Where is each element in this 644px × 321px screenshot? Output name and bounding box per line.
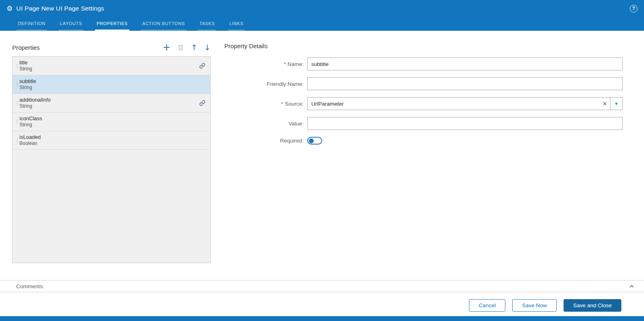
properties-panel: Properties + ↑ ↓ ⋮ title String <box>12 43 211 263</box>
trash-icon <box>177 44 184 51</box>
top-bar: ⚙ UI Page New UI Page Settings ? DEFINIT… <box>0 0 644 31</box>
property-texts: additionalInfo String <box>19 97 51 109</box>
add-property-button[interactable]: + <box>163 43 171 52</box>
page-title: UI Page New UI Page Settings <box>16 5 104 12</box>
source-dropdown-button[interactable]: ▾ <box>610 98 622 110</box>
value-field-row: Value: <box>224 117 623 130</box>
save-now-button[interactable]: Save Now <box>512 299 557 312</box>
property-details-panel: Property Details *Name: Friendly Name: *… <box>224 43 623 151</box>
link-icon <box>199 100 205 106</box>
source-input[interactable] <box>308 98 600 110</box>
property-texts: subtitle String <box>19 78 36 91</box>
tab-action-buttons[interactable]: ACTION BUTTONS <box>141 21 186 31</box>
drag-handle-icon[interactable]: ⋮ <box>15 81 19 87</box>
property-type: String <box>19 122 42 128</box>
property-name: additionalInfo <box>19 97 51 103</box>
value-label: Value: <box>224 121 307 127</box>
delete-property-button[interactable] <box>177 44 184 51</box>
required-field-row: Required: <box>224 137 623 145</box>
drag-handle-icon[interactable]: ⋮ <box>15 100 19 106</box>
friendly-name-label: Friendly Name: <box>224 81 307 87</box>
required-label: Required: <box>224 138 307 144</box>
link-icon <box>199 63 205 69</box>
property-type: String <box>19 103 51 109</box>
name-field-row: *Name: <box>224 57 623 70</box>
property-name: iconClass <box>19 115 42 122</box>
settings-gear-icon: ⚙ <box>6 5 13 12</box>
required-marker: * <box>284 61 286 67</box>
friendly-name-field-row: Friendly Name: <box>224 77 623 90</box>
required-toggle[interactable] <box>307 137 322 145</box>
tab-definition[interactable]: DEFINITION <box>16 21 47 31</box>
move-down-button[interactable]: ↓ <box>204 44 211 51</box>
chevron-down-icon: ▾ <box>615 101 617 106</box>
property-type: String <box>19 66 32 72</box>
bottom-accent-strip <box>0 316 644 321</box>
source-combobox[interactable]: × ▾ <box>307 97 623 110</box>
footer-actions: Cancel Save Now Save and Close <box>469 299 621 312</box>
property-name: isLoaded <box>19 134 41 140</box>
property-texts: iconClass String <box>19 115 42 128</box>
property-list-item-subtitle[interactable]: ⋮ subtitle String <box>13 75 210 94</box>
chevron-up-icon <box>628 283 635 290</box>
property-texts: title String <box>19 60 32 72</box>
property-name: title <box>19 60 32 66</box>
cancel-button[interactable]: Cancel <box>469 299 505 312</box>
source-label: *Source: <box>224 101 307 107</box>
tab-properties[interactable]: PROPERTIES <box>95 21 129 31</box>
drag-handle-icon[interactable]: ⋮ <box>15 119 19 125</box>
comments-label: Comments: <box>16 283 44 289</box>
property-list-item-isloaded[interactable]: ⋮ isLoaded Boolean <box>13 131 210 150</box>
tab-bar: DEFINITION LAYOUTS PROPERTIES ACTION BUT… <box>0 17 644 31</box>
properties-toolbar: + ↑ ↓ <box>163 43 211 52</box>
drag-handle-icon[interactable]: ⋮ <box>15 63 19 69</box>
required-marker: * <box>281 101 283 107</box>
property-list: ⋮ title String ⋮ subtitle String ⋮ addi <box>12 56 211 263</box>
tab-links[interactable]: LINKS <box>228 21 245 31</box>
property-list-item-iconclass[interactable]: ⋮ iconClass String <box>13 113 210 131</box>
collapse-comments-button[interactable] <box>628 283 635 290</box>
help-icon[interactable]: ? <box>630 5 638 13</box>
properties-panel-title: Properties <box>12 44 40 51</box>
property-list-item-additionalinfo[interactable]: ⋮ additionalInfo String <box>13 94 210 113</box>
name-label: *Name: <box>224 61 307 67</box>
name-input[interactable] <box>307 57 623 70</box>
toggle-knob <box>309 138 314 143</box>
property-list-item-title[interactable]: ⋮ title String <box>13 57 210 75</box>
title-row: ⚙ UI Page New UI Page Settings ? <box>0 0 644 17</box>
value-input[interactable] <box>307 117 623 130</box>
property-type: String <box>19 85 36 91</box>
property-texts: isLoaded Boolean <box>19 134 41 147</box>
comments-bar: Comments: <box>0 280 644 292</box>
clear-source-icon[interactable]: × <box>600 100 610 107</box>
properties-panel-header: Properties + ↑ ↓ <box>12 43 211 52</box>
source-field-row: *Source: × ▾ <box>224 97 623 110</box>
save-and-close-button[interactable]: Save and Close <box>564 299 621 312</box>
friendly-name-input[interactable] <box>307 77 623 90</box>
tab-tasks[interactable]: TASKS <box>198 21 216 31</box>
property-type: Boolean <box>19 140 41 147</box>
drag-handle-icon[interactable]: ⋮ <box>15 137 19 143</box>
move-up-button[interactable]: ↑ <box>191 44 197 51</box>
property-name: subtitle <box>19 78 36 85</box>
tab-layouts[interactable]: LAYOUTS <box>58 21 84 31</box>
property-details-title: Property Details <box>224 43 623 49</box>
